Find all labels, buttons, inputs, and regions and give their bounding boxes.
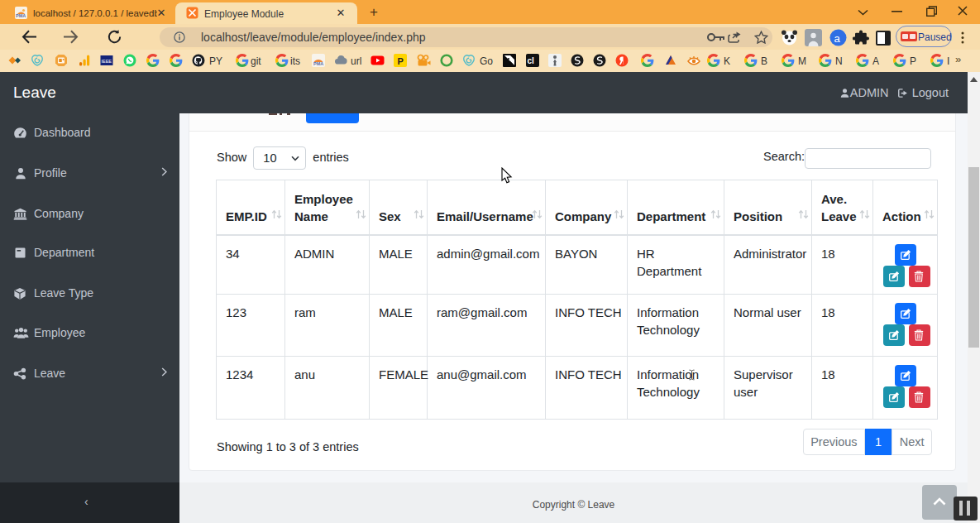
svg-text:a: a xyxy=(834,32,841,45)
